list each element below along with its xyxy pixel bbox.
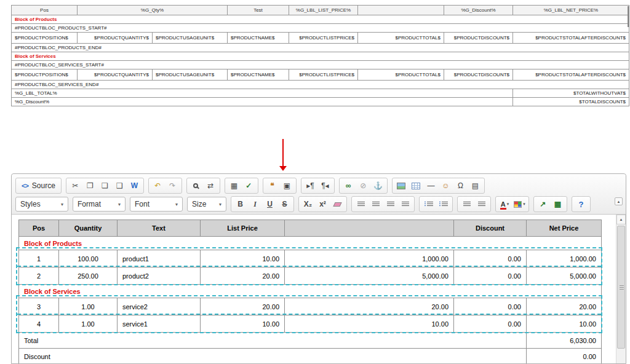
subscript-icon[interactable]: X₂ [301, 197, 315, 211]
unlink-icon[interactable]: ⊘ [356, 179, 370, 192]
replace-icon[interactable]: ⇄ [204, 179, 218, 192]
source-button[interactable]: <> Source [15, 178, 62, 194]
about-help-button[interactable]: ? [574, 197, 588, 211]
cell-text[interactable]: service2 [118, 298, 201, 315]
cell-total[interactable]: 1,000.00 [285, 250, 454, 267]
increase-indent-icon[interactable] [474, 197, 488, 211]
cell-pos[interactable]: 3 [19, 298, 59, 315]
align-right-icon[interactable] [383, 197, 397, 211]
bulleted-list-icon[interactable] [436, 197, 450, 211]
text-direction-rtl-icon[interactable]: ¶◂ [318, 179, 332, 192]
blockquote-icon[interactable]: ❝ [265, 179, 279, 192]
total-label: %G_LBL_TOTAL% [12, 89, 513, 98]
cut-icon[interactable]: ✂ [68, 179, 82, 192]
background-color-icon[interactable]: ▾ [512, 197, 527, 211]
scrollbar-thumb-grip [620, 287, 624, 288]
anchor-icon[interactable]: ⚓ [371, 179, 385, 192]
div-container-icon[interactable]: ▣ [280, 179, 294, 192]
cell-discount[interactable]: 0.00 [454, 315, 527, 333]
page-scrollbar[interactable] [628, 6, 629, 27]
service-row-2[interactable]: 4 1.00 service1 10.00 10.00 0.00 10.00 [19, 315, 602, 333]
service-row-1[interactable]: 3 1.00 service2 20.00 20.00 0.00 20.00 [19, 298, 602, 315]
header-pos: Pos [19, 220, 59, 237]
preview-table-wrapper: Pos Quantity Text List Price Discount Ne… [18, 220, 601, 363]
image-icon[interactable] [394, 179, 409, 192]
cell-net-price[interactable]: 20.00 [527, 298, 602, 315]
font-dropdown[interactable]: Font ▾ [130, 197, 183, 212]
select-all-icon[interactable]: ▦ [227, 179, 241, 192]
cell-quantity[interactable]: 100.00 [59, 250, 118, 267]
ph-position: $PRODUCTPOSITION$ [12, 69, 78, 81]
cell-net-price[interactable]: 10.00 [527, 315, 602, 333]
bold-icon[interactable]: B [233, 197, 247, 211]
cell-text[interactable]: product2 [118, 267, 201, 285]
horizontal-rule-icon[interactable]: ― [424, 179, 438, 192]
cell-text[interactable]: product1 [118, 250, 201, 267]
remove-format-icon[interactable] [330, 197, 345, 211]
cell-total[interactable]: 5,000.00 [285, 267, 454, 285]
align-center-icon[interactable] [369, 197, 383, 211]
cell-quantity[interactable]: 1.00 [59, 315, 118, 333]
special-char-icon[interactable]: Ω [453, 179, 468, 192]
editor-content-area[interactable]: Pos Quantity Text List Price Discount Ne… [12, 215, 626, 363]
cell-list-price[interactable]: 10.00 [201, 315, 285, 333]
clipboard-group: ✂ ❐ ❏ ❑ W [66, 178, 144, 194]
cell-discount[interactable]: 0.00 [454, 250, 527, 267]
cell-text[interactable]: service1 [118, 315, 201, 333]
maximize-icon[interactable]: ↗ [536, 197, 550, 211]
copy-icon[interactable]: ❐ [83, 179, 97, 192]
find-icon[interactable] [189, 179, 203, 192]
format-dropdown[interactable]: Format ▾ [73, 197, 126, 212]
cell-total[interactable]: 20.00 [285, 298, 454, 315]
paste-from-word-icon[interactable]: W [127, 179, 142, 192]
strikethrough-icon[interactable]: S [277, 197, 292, 211]
redo-icon[interactable]: ↷ [165, 179, 180, 192]
superscript-icon[interactable]: x² [316, 197, 330, 211]
paste-text-icon[interactable]: ❑ [113, 179, 127, 192]
show-blocks-icon[interactable]: ▦ [551, 197, 565, 211]
cell-total[interactable]: 10.00 [285, 315, 454, 333]
numbered-list-icon[interactable] [421, 197, 436, 211]
text-color-icon[interactable]: A ▾ [498, 197, 512, 211]
cell-quantity[interactable]: 1.00 [59, 298, 118, 315]
iframe-icon[interactable]: ▤ [468, 179, 482, 192]
text-direction-ltr-icon[interactable]: ▸¶ [303, 179, 317, 192]
image-glyph [397, 183, 405, 189]
product-row-1[interactable]: 1 100.00 product1 10.00 1,000.00 0.00 1,… [19, 250, 602, 267]
text-color-glyph: A [501, 201, 506, 207]
cell-net-price[interactable]: 1,000.00 [527, 250, 602, 267]
table-icon[interactable] [409, 179, 423, 192]
underline-icon[interactable]: U [263, 197, 277, 211]
styles-dropdown[interactable]: Styles ▾ [15, 197, 68, 212]
cell-discount[interactable]: 0.00 [454, 298, 527, 315]
link-icon[interactable]: ∞ [341, 179, 356, 192]
cell-pos[interactable]: 4 [19, 315, 59, 333]
product-row-2[interactable]: 2 250.00 product2 20.00 5,000.00 0.00 5,… [19, 267, 602, 285]
undo-icon[interactable]: ↶ [151, 179, 165, 192]
align-left-icon[interactable] [354, 197, 368, 211]
cell-net-price[interactable]: 5,000.00 [527, 267, 602, 285]
services-block-label-row: Block of Services [12, 52, 629, 61]
smiley-icon[interactable]: ☺ [439, 179, 453, 192]
cell-discount[interactable]: 0.00 [454, 267, 527, 285]
cell-list-price[interactable]: 10.00 [201, 250, 285, 267]
chevron-down-icon: ▾ [61, 202, 63, 207]
size-dropdown[interactable]: Size ▾ [187, 197, 226, 212]
cell-pos[interactable]: 1 [19, 250, 59, 267]
italic-icon[interactable]: I [248, 197, 262, 211]
cell-list-price[interactable]: 20.00 [201, 267, 285, 285]
cell-pos[interactable]: 2 [19, 267, 59, 285]
preview-table[interactable]: Pos Quantity Text List Price Discount Ne… [18, 220, 602, 363]
align-justify-icon[interactable] [398, 197, 412, 211]
paste-icon[interactable]: ❏ [98, 179, 112, 192]
cell-list-price[interactable]: 20.00 [201, 298, 285, 315]
services-end-directive: #PRODUCTBLOC_SERVICES_END# [12, 81, 629, 89]
spellcheck-icon[interactable]: ✓ [242, 179, 256, 192]
decrease-indent-icon[interactable] [460, 197, 474, 211]
editor-scrollbar[interactable]: ▲ [616, 215, 626, 363]
toolbar-collapse-button[interactable]: ▲ [615, 197, 623, 205]
scrollbar-up-button[interactable]: ▲ [616, 215, 626, 224]
scrollbar-thumb[interactable] [617, 226, 625, 349]
cell-quantity[interactable]: 250.00 [59, 267, 118, 285]
ph-name: $PRODUCTNAME$ [228, 33, 289, 44]
